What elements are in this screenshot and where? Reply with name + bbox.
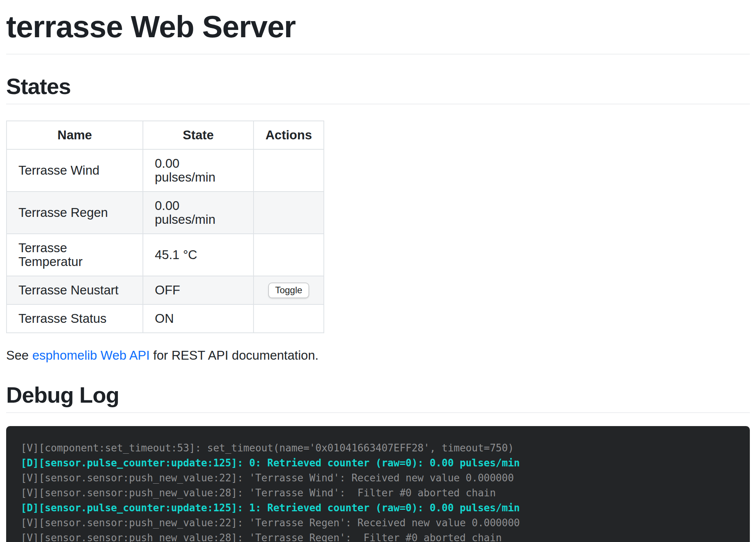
cell-name: Terrasse Neustart: [7, 276, 143, 304]
table-row: Terrasse StatusON: [7, 304, 324, 333]
cell-state: OFF: [143, 276, 254, 304]
cell-state: 0.00 pulses/min: [143, 192, 254, 234]
api-note-suffix: for REST API documentation.: [150, 348, 319, 362]
states-heading: States: [6, 75, 750, 97]
cell-actions: [254, 149, 324, 192]
api-note-prefix: See: [6, 348, 32, 362]
states-table-body: Terrasse Wind0.00 pulses/minTerrasse Reg…: [7, 149, 324, 333]
table-row: Terrasse Temperatur45.1 °C: [7, 234, 324, 276]
log-line: [V][sensor.sensor:push_new_value:22]: 'T…: [21, 471, 738, 486]
log-line: [V][component:set_timeout:53]: set_timeo…: [21, 441, 738, 456]
column-header-actions: Actions: [254, 121, 324, 149]
debug-log-console: [V][component:set_timeout:53]: set_timeo…: [6, 426, 750, 542]
states-table-header: Name State Actions: [7, 121, 324, 149]
api-note: See esphomelib Web API for REST API docu…: [6, 348, 750, 363]
cell-state: ON: [143, 304, 254, 333]
table-row: Terrasse Regen0.00 pulses/min: [7, 192, 324, 234]
column-header-name: Name: [7, 121, 143, 149]
toggle-button[interactable]: Toggle: [268, 283, 309, 298]
column-header-state: State: [143, 121, 254, 149]
page: terrasse Web Server States Name State Ac…: [0, 12, 756, 542]
cell-actions: [254, 304, 324, 333]
states-divider: [6, 104, 750, 104]
log-line: [V][sensor.sensor:push_new_value:28]: 'T…: [21, 530, 738, 542]
page-title: terrasse Web Server: [6, 12, 750, 42]
cell-actions: [254, 234, 324, 276]
table-row: Terrasse Wind0.00 pulses/min: [7, 149, 324, 192]
cell-name: Terrasse Wind: [7, 149, 143, 192]
title-divider: [6, 54, 750, 55]
cell-actions: Toggle: [254, 276, 324, 304]
cell-name: Terrasse Status: [7, 304, 143, 333]
cell-actions: [254, 192, 324, 234]
debug-log-heading: Debug Log: [6, 384, 750, 406]
web-api-link[interactable]: esphomelib Web API: [32, 348, 150, 362]
log-line: [V][sensor.sensor:push_new_value:22]: 'T…: [21, 516, 738, 530]
cell-name: Terrasse Temperatur: [7, 234, 143, 276]
cell-state: 0.00 pulses/min: [143, 149, 254, 192]
cell-name: Terrasse Regen: [7, 192, 143, 234]
log-line: [D][sensor.pulse_counter:update:125]: 0:…: [21, 456, 738, 471]
log-line: [D][sensor.pulse_counter:update:125]: 1:…: [21, 501, 738, 516]
log-line: [V][sensor.sensor:push_new_value:28]: 'T…: [21, 486, 738, 501]
debug-log-divider: [6, 412, 750, 413]
cell-state: 45.1 °C: [143, 234, 254, 276]
states-table: Name State Actions Terrasse Wind0.00 pul…: [6, 121, 324, 333]
header-row: Name State Actions: [7, 121, 324, 149]
table-row: Terrasse NeustartOFFToggle: [7, 276, 324, 304]
